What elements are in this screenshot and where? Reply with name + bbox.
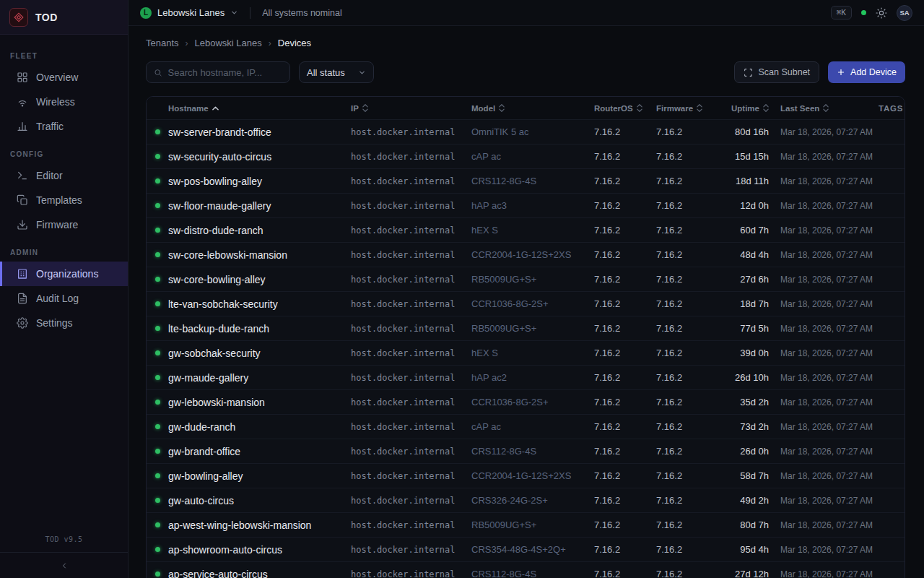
column-header-firmware[interactable]: Firmware	[656, 104, 717, 113]
device-table-row[interactable]: ap-west-wing-lebowski-mansion host.docke…	[147, 512, 905, 537]
device-table-row[interactable]: gw-dude-ranch host.docker.internal cAP a…	[147, 414, 905, 439]
cell-last-seen: Mar 18, 2026, 07:27 AM	[770, 324, 879, 334]
online-status-dot	[155, 252, 160, 257]
chevron-left-icon	[60, 561, 69, 570]
column-label: Hostname	[168, 104, 209, 113]
cell-routeros: 7.16.2	[594, 225, 656, 236]
command-palette-shortcut[interactable]: ⌘K	[831, 6, 852, 20]
tenant-name: Lebowski Lanes	[157, 7, 225, 18]
system-status-text: All systems nominal	[262, 8, 341, 18]
cell-hostname: lte-backup-dude-ranch	[168, 323, 351, 335]
cell-hostname: gw-brandt-office	[168, 446, 351, 457]
search-input[interactable]	[168, 67, 282, 78]
column-label: IP	[351, 104, 359, 113]
sidebar-item-overview[interactable]: Overview	[0, 65, 128, 90]
device-table-row[interactable]: lte-backup-dude-ranch host.docker.intern…	[147, 316, 905, 340]
column-header-ip[interactable]: IP	[351, 104, 471, 113]
chevron-down-icon	[230, 9, 238, 17]
device-table-row[interactable]: sw-floor-maude-gallery host.docker.inter…	[147, 193, 905, 217]
online-status-dot	[155, 350, 160, 355]
breadcrumb-tenant-name[interactable]: Lebowski Lanes	[195, 38, 262, 48]
user-avatar[interactable]: SA	[897, 5, 912, 21]
cell-hostname: gw-dude-ranch	[168, 421, 351, 433]
add-device-button[interactable]: Add Device	[828, 61, 905, 83]
cell-firmware: 7.16.2	[656, 569, 717, 578]
scan-subnet-button[interactable]: Scan Subnet	[734, 61, 819, 83]
chevron-down-icon	[358, 69, 366, 77]
device-table-row[interactable]: sw-core-lebowski-mansion host.docker.int…	[147, 242, 905, 267]
sidebar-collapse-button[interactable]	[0, 552, 128, 578]
online-status-dot	[155, 129, 160, 134]
device-table-row[interactable]: sw-core-bowling-alley host.docker.intern…	[147, 267, 905, 291]
cell-firmware: 7.16.2	[656, 446, 717, 457]
device-table-row[interactable]: gw-auto-circus host.docker.internal CRS3…	[147, 488, 905, 512]
cell-uptime: 49d 2h	[717, 495, 770, 506]
cell-hostname: sw-floor-maude-gallery	[168, 200, 351, 212]
cell-routeros: 7.16.2	[594, 397, 656, 407]
theme-toggle-sun-icon[interactable]	[876, 7, 887, 19]
cell-firmware: 7.16.2	[656, 151, 717, 162]
online-status-dot	[155, 154, 160, 159]
breadcrumb-current: Devices	[278, 38, 311, 48]
device-table-row[interactable]: gw-bowling-alley host.docker.internal CC…	[147, 463, 905, 488]
cell-last-seen: Mar 18, 2026, 07:27 AM	[770, 397, 879, 407]
column-header-uptime[interactable]: Uptime	[717, 104, 770, 113]
column-header-hostname[interactable]: Hostname	[168, 104, 351, 113]
cell-routeros: 7.16.2	[594, 200, 656, 211]
breadcrumb-tenants[interactable]: Tenants	[146, 38, 179, 48]
sidebar-item-firmware[interactable]: Firmware	[0, 212, 128, 237]
cell-ip: host.docker.internal	[351, 447, 471, 457]
sidebar-item-traffic[interactable]: Traffic	[0, 114, 128, 139]
sidebar: TOD FLEET Overview Wireless Traffic CONF…	[0, 0, 128, 578]
cell-last-seen: Mar 18, 2026, 07:27 AM	[770, 299, 879, 309]
cell-ip: host.docker.internal	[351, 397, 471, 407]
device-table-row[interactable]: sw-server-brandt-office host.docker.inte…	[147, 119, 905, 144]
sort-both-icon	[823, 104, 829, 112]
column-header-model[interactable]: Model	[471, 104, 594, 113]
device-table-row[interactable]: gw-maude-gallery host.docker.internal hA…	[147, 365, 905, 389]
cell-uptime: 95d 4h	[717, 544, 770, 555]
sidebar-item-organizations[interactable]: Organizations	[0, 262, 128, 286]
cell-model: hEX S	[471, 225, 594, 236]
device-table-row[interactable]: ap-showroom-auto-circus host.docker.inte…	[147, 537, 905, 561]
tenant-switcher[interactable]: L Lebowski Lanes	[140, 7, 238, 19]
cell-hostname: lte-van-sobchak-security	[168, 298, 351, 310]
column-header-routeros[interactable]: RouterOS	[594, 104, 656, 113]
column-header-last-seen[interactable]: Last Seen	[770, 104, 879, 113]
cell-hostname: sw-server-brandt-office	[168, 126, 351, 138]
sidebar-item-audit-log[interactable]: Audit Log	[0, 286, 128, 311]
sidebar-item-wireless[interactable]: Wireless	[0, 90, 128, 114]
device-table-row[interactable]: lte-van-sobchak-security host.docker.int…	[147, 291, 905, 316]
device-table-row[interactable]: sw-security-auto-circus host.docker.inte…	[147, 144, 905, 168]
online-status-dot	[155, 571, 160, 577]
cell-ip: host.docker.internal	[351, 176, 471, 186]
cell-firmware: 7.16.2	[656, 298, 717, 309]
bar-chart-icon	[17, 121, 28, 132]
breadcrumb-separator-icon: ›	[269, 38, 271, 48]
cell-routeros: 7.16.2	[594, 298, 656, 309]
sort-both-icon	[637, 104, 642, 112]
sidebar-item-settings[interactable]: Settings	[0, 311, 128, 335]
sidebar-item-label: Overview	[36, 72, 78, 83]
sidebar-item-label: Settings	[36, 317, 73, 329]
status-filter-select[interactable]: All status	[299, 61, 374, 83]
column-label: Model	[471, 104, 495, 113]
device-table-row[interactable]: gw-lebowski-mansion host.docker.internal…	[147, 389, 905, 414]
online-status-dot	[155, 301, 160, 306]
sort-both-icon	[362, 104, 368, 112]
cell-uptime: 77d 5h	[717, 323, 770, 334]
cell-last-seen: Mar 18, 2026, 07:27 AM	[770, 152, 879, 162]
device-table-row[interactable]: ap-service-auto-circus host.docker.inter…	[147, 561, 905, 578]
sidebar-item-label: Firmware	[36, 219, 78, 230]
device-table-row[interactable]: gw-brandt-office host.docker.internal CR…	[147, 439, 905, 463]
device-table-row[interactable]: gw-sobchak-security host.docker.internal…	[147, 340, 905, 365]
device-table-row[interactable]: sw-distro-dude-ranch host.docker.interna…	[147, 217, 905, 242]
sidebar-item-templates[interactable]: Templates	[0, 188, 128, 212]
sidebar-item-editor[interactable]: Editor	[0, 163, 128, 188]
online-status-dot	[155, 547, 160, 552]
scan-subnet-label: Scan Subnet	[758, 67, 810, 77]
device-table-row[interactable]: sw-pos-bowling-alley host.docker.interna…	[147, 168, 905, 193]
cell-model: hAP ac3	[471, 200, 594, 211]
app-name: TOD	[35, 12, 58, 23]
cell-hostname: sw-pos-bowling-alley	[168, 176, 351, 187]
